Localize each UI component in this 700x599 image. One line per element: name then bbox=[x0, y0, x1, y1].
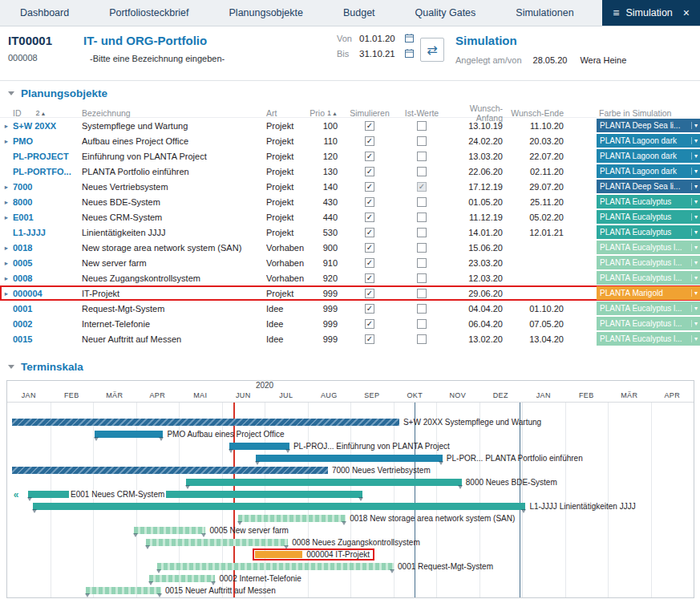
ist-werte-checkbox[interactable]: ✓ bbox=[417, 182, 427, 192]
simulieren-checkbox[interactable]: ✓ bbox=[365, 273, 374, 283]
column-header-farbe[interactable]: Farbe in Simulation bbox=[597, 108, 700, 118]
column-header-wunsch-anfang[interactable]: Wunsch-Anfang bbox=[447, 103, 508, 123]
simulieren-checkbox[interactable]: ✓ bbox=[365, 228, 374, 237]
simulieren-checkbox[interactable]: ✓ bbox=[365, 319, 374, 329]
table-row[interactable]: ▸ 0005 New server farm Vorhaben 910 ✓ 23… bbox=[0, 255, 700, 270]
gantt-bar-0002[interactable] bbox=[149, 575, 215, 582]
column-header-bezeichnung[interactable]: Bezeichnung bbox=[82, 108, 266, 118]
tab-simulation-active[interactable]: ≡ Simulation × bbox=[602, 0, 700, 26]
column-header-id[interactable]: ID 2▲ bbox=[13, 108, 82, 118]
planning-object-id-link[interactable]: 0015 bbox=[13, 334, 82, 344]
column-header-ist-werte[interactable]: Ist-Werte bbox=[397, 108, 447, 118]
gantt-bar-L1-JJJJ[interactable] bbox=[33, 503, 526, 510]
bis-date-field[interactable]: 31.10.21 bbox=[359, 49, 404, 59]
simulieren-checkbox[interactable]: ✓ bbox=[365, 243, 374, 253]
color-dropdown[interactable]: PLANTA Eucalyptus l... ▾ bbox=[597, 241, 700, 254]
color-dropdown[interactable]: PLANTA Eucalyptus ▾ bbox=[597, 210, 700, 224]
ist-werte-checkbox[interactable] bbox=[417, 167, 427, 176]
expand-icon[interactable]: ▸ bbox=[0, 244, 13, 252]
color-dropdown[interactable]: PLANTA Lagoon dark ▾ bbox=[597, 134, 700, 148]
tab-dashboard[interactable]: Dashboard bbox=[0, 0, 89, 26]
tab-simulationen[interactable]: Simulationen bbox=[496, 0, 593, 26]
table-row[interactable]: ▸ 0008 Neues Zugangskontrollsystem Vorha… bbox=[0, 270, 700, 285]
ist-werte-checkbox[interactable] bbox=[417, 121, 427, 131]
gantt-bar-PL-PROJECT[interactable] bbox=[229, 443, 289, 450]
simulieren-checkbox[interactable]: ✓ bbox=[365, 182, 374, 192]
tab-planungsobjekte[interactable]: Planungsobjekte bbox=[209, 0, 323, 26]
chevron-down-icon[interactable] bbox=[8, 365, 14, 369]
color-dropdown[interactable]: PLANTA Lagoon dark ▾ bbox=[597, 164, 700, 178]
ist-werte-checkbox[interactable] bbox=[417, 152, 427, 161]
ist-werte-checkbox[interactable] bbox=[417, 334, 427, 344]
table-row[interactable]: ▸ E001 Neues CRM-System Projekt 440 ✓ 11… bbox=[0, 209, 700, 225]
gantt-bar-PMO[interactable] bbox=[95, 431, 164, 438]
simulieren-checkbox[interactable]: ✓ bbox=[365, 304, 374, 314]
refresh-dates-button[interactable]: ⇄ bbox=[420, 38, 444, 62]
simulieren-checkbox[interactable]: ✓ bbox=[365, 258, 374, 268]
color-dropdown[interactable]: PLANTA Eucalyptus l... ▾ bbox=[597, 317, 700, 330]
color-dropdown[interactable]: PLANTA Marigold ▾ bbox=[597, 286, 700, 300]
color-dropdown[interactable]: PLANTA Eucalyptus l... ▾ bbox=[597, 332, 700, 346]
tab-budget[interactable]: Budget bbox=[323, 0, 395, 26]
simulieren-checkbox[interactable]: ✓ bbox=[365, 212, 374, 222]
table-row[interactable]: ▸ 8000 Neues BDE-System Projekt 430 ✓ 01… bbox=[0, 194, 700, 209]
simulieren-checkbox[interactable]: ✓ bbox=[365, 121, 374, 131]
simulieren-checkbox[interactable]: ✓ bbox=[365, 167, 374, 176]
expand-icon[interactable]: ▸ bbox=[0, 122, 13, 130]
gantt-bar-0015[interactable] bbox=[86, 587, 161, 594]
expand-icon[interactable]: ▸ bbox=[0, 183, 13, 191]
expand-icon[interactable]: ▸ bbox=[0, 137, 13, 145]
expand-icon[interactable]: ▸ bbox=[0, 259, 13, 267]
gantt-bar-0005[interactable] bbox=[134, 527, 206, 534]
planning-object-id-link[interactable]: 000004 bbox=[13, 289, 82, 298]
table-row[interactable]: ▸ 7000 Neues Vertriebsystem Projekt 140 … bbox=[0, 179, 700, 194]
ist-werte-checkbox[interactable] bbox=[417, 289, 427, 298]
table-row[interactable]: ▸ 000004 IT-Projekt Projekt 999 ✓ 29.06.… bbox=[0, 285, 700, 301]
simulieren-checkbox[interactable]: ✓ bbox=[365, 289, 374, 298]
gantt-bar-0018[interactable] bbox=[238, 515, 346, 522]
chevron-down-icon[interactable] bbox=[8, 91, 14, 95]
planning-object-id-link[interactable]: 0018 bbox=[13, 243, 82, 253]
color-dropdown[interactable]: PLANTA Eucalyptus l... ▾ bbox=[597, 302, 700, 315]
column-header-wunsch-ende[interactable]: Wunsch-Ende bbox=[508, 108, 568, 118]
planning-object-id-link[interactable]: PL-PORTFO... bbox=[13, 167, 82, 176]
ist-werte-checkbox[interactable] bbox=[417, 228, 427, 237]
planning-object-id-link[interactable]: 0002 bbox=[13, 319, 82, 329]
gantt-bar-S+W 20XX[interactable] bbox=[12, 419, 399, 426]
ist-werte-checkbox[interactable] bbox=[417, 197, 427, 207]
color-dropdown[interactable]: PLANTA Eucalyptus l... ▾ bbox=[597, 271, 700, 285]
ist-werte-checkbox[interactable] bbox=[417, 304, 427, 314]
color-dropdown[interactable]: PLANTA Eucalyptus ▾ bbox=[597, 195, 700, 208]
von-date-field[interactable]: 01.01.20 bbox=[359, 34, 404, 43]
ist-werte-checkbox[interactable] bbox=[417, 212, 427, 222]
ist-werte-checkbox[interactable] bbox=[417, 319, 427, 329]
expand-icon[interactable]: ▸ bbox=[0, 274, 13, 282]
ist-werte-checkbox[interactable] bbox=[417, 243, 427, 253]
gantt-bar-PL-PORTFO[interactable] bbox=[256, 455, 443, 462]
column-header-prio[interactable]: Prio 1▲ bbox=[310, 108, 342, 118]
table-row[interactable]: ▸ S+W 20XX Systempflege und Wartung Proj… bbox=[0, 118, 700, 133]
ist-werte-checkbox[interactable] bbox=[417, 136, 427, 146]
simulieren-checkbox[interactable]: ✓ bbox=[365, 197, 374, 207]
expand-icon[interactable]: ▸ bbox=[0, 198, 13, 206]
expand-icon[interactable]: ▸ bbox=[0, 213, 13, 221]
planning-object-id-link[interactable]: 0001 bbox=[13, 304, 82, 314]
color-dropdown[interactable]: PLANTA Eucalyptus ▾ bbox=[597, 225, 700, 239]
gantt-bar-0001[interactable] bbox=[157, 563, 393, 570]
column-header-art[interactable]: Art bbox=[266, 108, 310, 118]
simulieren-checkbox[interactable]: ✓ bbox=[365, 152, 374, 161]
calendar-icon[interactable] bbox=[404, 48, 415, 59]
gantt-bar-8000[interactable] bbox=[186, 479, 462, 486]
planning-object-id-link[interactable]: E001 bbox=[13, 212, 82, 222]
expand-icon[interactable]: ▸ bbox=[0, 289, 13, 297]
gantt-bar-7000[interactable] bbox=[12, 467, 328, 474]
planning-object-id-link[interactable]: S+W 20XX bbox=[13, 121, 82, 131]
color-dropdown[interactable]: PLANTA Deep Sea li... ▾ bbox=[597, 180, 700, 193]
table-row[interactable]: PL-PORTFO... PLANTA Portfolio einführen … bbox=[0, 164, 700, 179]
table-row[interactable]: 0002 Internet-Telefonie Idee 999 ✓ 06.04… bbox=[0, 316, 700, 331]
color-dropdown[interactable]: PLANTA Lagoon dark ▾ bbox=[597, 149, 700, 163]
planning-object-id-link[interactable]: 0005 bbox=[13, 258, 82, 268]
planning-object-id-link[interactable]: L1-JJJJ bbox=[13, 228, 82, 237]
table-row[interactable]: 0001 Request-Mgt-System Idee 999 ✓ 04.04… bbox=[0, 301, 700, 316]
color-dropdown[interactable]: PLANTA Eucalyptus l... ▾ bbox=[597, 256, 700, 269]
